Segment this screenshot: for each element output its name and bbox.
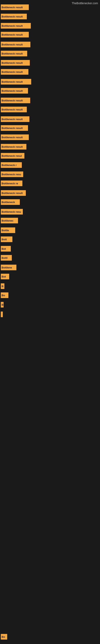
bottleneck-result-bar: Bottleneck result	[1, 125, 28, 131]
bottleneck-result-label: Bottleneck resul	[1, 154, 22, 158]
bottleneck-result-bar: Bottleneck result	[1, 88, 28, 94]
bottleneck-result-label: Bottle	[1, 229, 9, 232]
bottleneck-result-bar: Bottleneck result	[1, 51, 27, 56]
bottleneck-result-bar: Bot	[1, 274, 9, 279]
bottleneck-result-label: Bottleneck result	[1, 80, 23, 83]
bottleneck-result-bar: Bottlene	[1, 265, 16, 270]
bottleneck-result-bar: Bottlenec	[1, 218, 18, 224]
bottleneck-result-bar: Bottleneck resu	[1, 172, 23, 177]
bottleneck-result-bar: Bot	[1, 246, 11, 252]
bottleneck-result-label: Bottlenec	[1, 219, 13, 222]
bottleneck-result-bar: Bottle	[1, 228, 15, 233]
bottleneck-result-bar: Bottleneck result	[1, 107, 27, 112]
bottleneck-result-label: Bottleneck result	[1, 52, 23, 55]
bottleneck-result-bar: B	[1, 283, 4, 289]
bottleneck-result-label: Bottleneck result	[1, 99, 23, 102]
bottleneck-result-bar: Bottleneck result	[1, 4, 29, 10]
bottleneck-result-label: Bott	[1, 238, 7, 241]
bottleneck-result-label: Bottleneck result	[1, 43, 23, 46]
bottleneck-result-label: B	[1, 303, 3, 306]
bottleneck-result-label: Bottleneck resu	[1, 210, 21, 213]
bottleneck-result-label: Bottleneck result	[1, 70, 23, 74]
bottleneck-result-bar: Bottleneck result	[1, 190, 26, 196]
site-title: TheBottlenecker.com	[72, 2, 98, 5]
bottleneck-result-bar: Bottleneck result	[1, 144, 26, 150]
bottleneck-result-bar: Bottleneck result	[1, 79, 31, 84]
bottleneck-result-bar: Bottleneck resul	[1, 153, 24, 158]
bottleneck-result-label: Bot	[1, 247, 6, 250]
bottleneck-result-label: Bottleneck	[1, 201, 15, 204]
bottleneck-result-label: Bottleneck r	[1, 164, 17, 167]
bottleneck-result-label: B	[1, 285, 3, 288]
bottleneck-result-label: Bottleneck result	[1, 15, 23, 18]
bottleneck-result-label: Bottleneck result	[1, 6, 23, 9]
bottleneck-result-bar	[1, 312, 3, 317]
bottleneck-result-label: Bottleneck re	[1, 182, 18, 185]
bottleneck-result-bar: B	[1, 302, 3, 308]
bottleneck-result-label: Bottleneck result	[1, 192, 23, 194]
bottleneck-result-bar: Bottleneck result	[1, 116, 29, 122]
bottleneck-result-label: Bottleneck result	[1, 118, 23, 121]
bottleneck-result-bar: Bottleneck r	[1, 162, 22, 168]
bottleneck-result-bar: Bott	[1, 236, 12, 242]
bottleneck-result-bar: Bottleneck result	[1, 69, 28, 75]
bottleneck-result-bar: Bottleneck result	[1, 14, 27, 19]
bottleneck-result-label: Bo	[1, 294, 5, 297]
bottleneck-result-bar: Bottl	[1, 255, 12, 260]
bottleneck-result-label: Bottleneck result	[1, 24, 23, 27]
bottleneck-result-bar: Bottleneck result	[1, 60, 30, 66]
bottleneck-result-label: Bottleneck resu	[1, 173, 21, 176]
bottleneck-result-bar: Bottleneck resu	[1, 209, 23, 214]
bottleneck-result-bar: Bottleneck	[1, 199, 20, 205]
bottleneck-result-bar: Bottleneck result	[1, 32, 29, 38]
bottleneck-result-label: Bottleneck result	[1, 62, 23, 64]
bottleneck-result-label: Bot	[1, 275, 6, 278]
bottleneck-result-bar: Bo	[1, 292, 8, 298]
bottleneck-result-label: Bottleneck result	[1, 145, 23, 148]
bottleneck-result-label: Bottleneck result	[1, 89, 23, 92]
bottleneck-result-label: Bottlene	[1, 266, 12, 269]
bottleneck-result-label: Bottleneck result	[1, 126, 23, 130]
bottleneck-result-bar: Bottleneck result	[1, 42, 30, 47]
bottleneck-result-bar: Bottleneck result	[1, 98, 30, 103]
bottleneck-result-label: Bottleneck result	[1, 136, 23, 139]
bottleneck-result-bar: Bottleneck result	[1, 134, 29, 140]
bottleneck-result-label: Bo	[1, 635, 5, 638]
bottleneck-result-bar: Bo	[1, 634, 7, 640]
bottleneck-result-label: Bottl	[1, 256, 8, 260]
bottleneck-result-bar: Bottleneck re	[1, 180, 22, 186]
bottleneck-result-label: Bottleneck result	[1, 33, 23, 36]
bottleneck-result-label: Bottleneck result	[1, 108, 23, 111]
bottleneck-result-bar: Bottleneck result	[1, 23, 31, 28]
